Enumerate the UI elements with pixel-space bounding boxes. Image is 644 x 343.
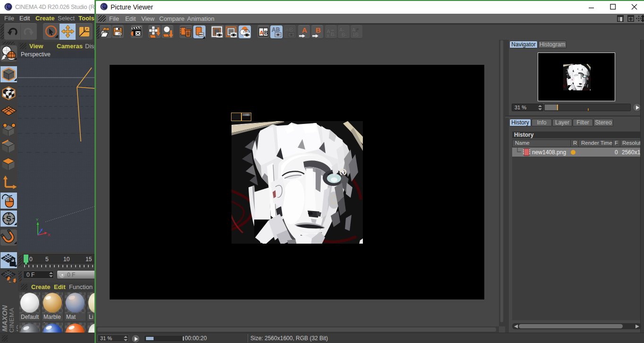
svg-text:Perspective: Perspective <box>21 51 51 58</box>
svg-text:A: A <box>260 30 264 35</box>
svg-text:B: B <box>264 30 268 35</box>
svg-text:AB: AB <box>272 26 280 33</box>
svg-text:?: ? <box>118 31 122 39</box>
svg-text:B: B <box>331 31 335 37</box>
svg-text:A: A <box>302 26 307 34</box>
svg-text:0: 0 <box>29 256 33 263</box>
svg-text:B: B <box>316 26 321 34</box>
svg-text:Y: Y <box>36 218 39 222</box>
svg-text:10: 10 <box>63 256 70 263</box>
svg-text:X: X <box>48 233 51 237</box>
svg-text:B-: B- <box>342 32 347 37</box>
svg-text:1B: 1B <box>352 32 359 37</box>
svg-text:A: A <box>326 28 330 34</box>
svg-text:AB: AB <box>285 26 293 33</box>
svg-text:S: S <box>6 214 11 223</box>
svg-text:15: 15 <box>86 256 92 263</box>
svg-text:5: 5 <box>45 256 49 263</box>
